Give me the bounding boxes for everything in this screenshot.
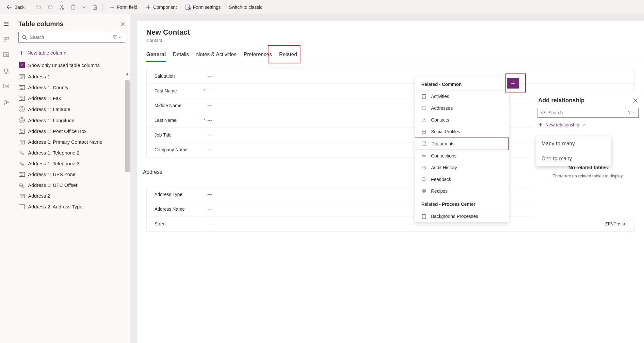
related-process-title: Related - Process Center (415, 197, 509, 210)
option-many-to-many[interactable]: Many-to-many (536, 136, 611, 151)
paste-button[interactable] (68, 2, 78, 12)
layers-icon[interactable] (3, 68, 10, 74)
new-relationship-button[interactable]: New relationship (532, 118, 644, 132)
field-label: Last Name (154, 118, 203, 123)
tab-details[interactable]: Details (173, 48, 189, 62)
field-value: --- (207, 118, 212, 123)
column-item[interactable]: Address 1: Longitude (13, 115, 130, 126)
column-item[interactable]: AbcdefAddress 2 (13, 190, 130, 201)
column-item[interactable]: AbcdefAddress 1: County (13, 82, 130, 93)
column-label: Address 1 (28, 74, 50, 79)
column-item[interactable]: Address 1: Telephone 3 (13, 158, 130, 169)
form-field-label: Form field (117, 5, 137, 10)
tree-icon[interactable] (3, 99, 10, 106)
column-label: Address 1: Telephone 2 (28, 150, 79, 155)
badge-icon (421, 129, 427, 134)
undo-button[interactable] (34, 2, 44, 12)
related-item[interactable]: Feedback (415, 173, 509, 185)
dropdown-chevron[interactable] (80, 3, 88, 11)
hamburger-icon[interactable] (3, 21, 10, 27)
scrollbar-thumb[interactable] (125, 80, 130, 172)
search-input[interactable] (30, 35, 105, 40)
field-value: --- (207, 206, 212, 212)
tab-preferences[interactable]: Preferences (244, 48, 272, 62)
svg-point-30 (424, 155, 426, 156)
svg-rect-23 (422, 107, 426, 110)
related-item-label: Documents (431, 141, 455, 146)
related-item[interactable]: Addresses (415, 102, 509, 114)
column-item[interactable]: Address 1: Latitude (13, 104, 130, 115)
tab-general[interactable]: General (146, 48, 166, 62)
rp-search-input[interactable] (548, 110, 621, 115)
column-item[interactable]: AbcdefAddress 1 (13, 71, 130, 82)
related-item[interactable]: Audit History (415, 162, 509, 173)
tab-related[interactable]: Related (279, 48, 297, 62)
column-item[interactable]: Address 2: Address Type (13, 201, 130, 212)
related-common-title: Related - Common (415, 77, 509, 90)
search-box[interactable] (18, 32, 109, 43)
rp-filter-button[interactable] (625, 108, 639, 118)
column-label: Address 1: Latitude (28, 106, 70, 112)
related-item[interactable]: Recipes (415, 185, 509, 197)
component-button[interactable]: Component (142, 2, 180, 12)
related-item[interactable]: Connections (415, 150, 509, 162)
show-unused-checkbox[interactable]: ✓ Show only unused table columns (13, 59, 130, 71)
svg-rect-28 (423, 142, 426, 146)
close-panel-icon[interactable] (121, 22, 125, 26)
scroll-up-icon[interactable]: ▲ (125, 71, 130, 76)
option-one-to-many[interactable]: One-to-many (536, 151, 611, 166)
field-label: Address Name (154, 206, 203, 212)
divider (103, 3, 103, 11)
column-item[interactable]: Address 1: UTC Offset (13, 180, 130, 190)
chevron-down-icon (633, 111, 636, 114)
close-icon[interactable] (633, 98, 638, 103)
related-item[interactable]: Social Profiles (415, 126, 509, 138)
column-label: Address 1: Primary Contact Name (28, 139, 103, 145)
svg-point-7 (189, 8, 190, 9)
switch-classic-button[interactable]: Switch to classic (226, 3, 266, 12)
field-label: Middle Name (154, 103, 203, 108)
rp-search-box[interactable] (538, 108, 625, 118)
related-item[interactable]: Documents (415, 138, 509, 150)
related-item-label: Addresses (431, 106, 453, 111)
scrollbar[interactable]: ▲ (125, 71, 130, 343)
divider (31, 3, 31, 11)
components-icon[interactable] (3, 37, 10, 43)
related-item[interactable]: Background Processes (415, 210, 509, 222)
related-item-label: Feedback (431, 177, 451, 182)
column-item[interactable]: AbcdefAddress 1: Primary Contact Name (13, 137, 130, 147)
svg-text:Abc: Abc (5, 54, 9, 56)
column-item[interactable]: AbcdefAddress 1: UPS Zone (13, 169, 130, 180)
column-label: Address 1: UPS Zone (28, 172, 75, 177)
phone-icon (19, 161, 25, 166)
form-field[interactable]: Salutation--- (147, 69, 635, 84)
tab-notes[interactable]: Notes & Activities (196, 48, 237, 62)
back-button[interactable]: Back (3, 2, 28, 12)
svg-rect-10 (4, 40, 6, 42)
cut-button[interactable] (57, 2, 67, 12)
field-label: Company Name (154, 147, 203, 152)
svg-rect-33 (422, 189, 424, 191)
show-unused-label: Show only unused table columns (28, 62, 100, 68)
related-item[interactable]: Contacts (415, 114, 509, 126)
new-column-button[interactable]: New table column (13, 47, 130, 59)
column-item[interactable]: AbcdefAddress 1: Post Office Box (13, 126, 130, 137)
text-type-icon: Abcdef (19, 194, 25, 198)
form-field-button[interactable]: Form field (106, 2, 140, 12)
related-item[interactable]: Activities (415, 90, 509, 102)
column-item[interactable]: Address 1: Telephone 2 (13, 147, 130, 158)
field-label: Salutation (154, 74, 203, 79)
filter-button[interactable] (109, 32, 125, 43)
text-field-icon[interactable]: Abc (3, 52, 10, 59)
delete-button[interactable] (90, 2, 100, 12)
column-item[interactable]: AbcdefAddress 1: Fax (13, 93, 130, 104)
plus-icon (538, 122, 543, 127)
add-fab-button[interactable] (507, 78, 519, 89)
js-icon[interactable]: JS (3, 84, 10, 90)
form-settings-button[interactable]: Form settings (182, 2, 224, 12)
search-icon (22, 35, 27, 40)
redo-button[interactable] (45, 2, 55, 12)
field-value: --- (207, 132, 212, 138)
person-icon (421, 117, 427, 122)
clipboard-icon (421, 94, 427, 99)
